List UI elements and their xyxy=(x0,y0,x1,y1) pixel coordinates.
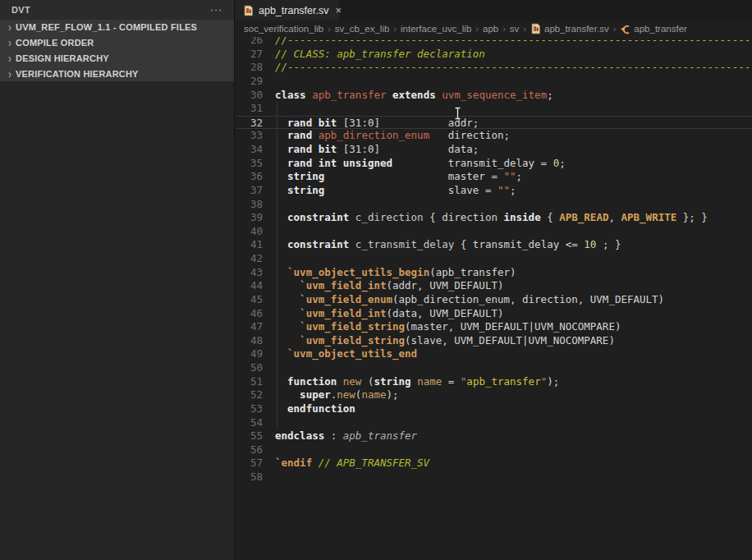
code-editor[interactable]: 26//------------------------------------… xyxy=(236,34,752,560)
code-text: `endif // APB_TRANSFER_SV xyxy=(263,457,429,470)
code-line[interactable]: 34 rand bit [31:0] data; xyxy=(236,143,752,157)
line-number: 57 xyxy=(236,457,263,470)
ibeam-cursor-icon xyxy=(454,107,461,120)
code-line[interactable]: 38 xyxy=(236,198,752,212)
breadcrumb: soc_verification_lib›sv_cb_ex_lib›interf… xyxy=(236,21,752,37)
chevron-right-icon: › xyxy=(4,51,16,65)
sidebar-section-2[interactable]: ›DESIGN HIERARCHY xyxy=(0,51,234,67)
line-number: 52 xyxy=(236,388,263,402)
code-text: `uvm_field_int(data, UVM_DEFAULT) xyxy=(263,307,503,321)
sidebar-section-3[interactable]: ›VERIFICATION HIERARCHY xyxy=(0,66,234,81)
breadcrumb-label: soc_verification_lib xyxy=(244,24,323,34)
code-line[interactable]: 37 string slave = ""; xyxy=(236,184,752,198)
code-line[interactable]: 41 constraint c_transmit_delay { transmi… xyxy=(236,238,752,252)
code-line[interactable]: 35 rand int unsigned transmit_delay = 0; xyxy=(236,157,752,171)
line-number: 42 xyxy=(236,252,263,266)
code-line[interactable]: 50 xyxy=(236,361,752,375)
code-text: constraint c_transmit_delay { transmit_d… xyxy=(263,238,621,252)
breadcrumb-item-6[interactable]: apb_transfer xyxy=(620,23,687,34)
sidebar-header: DVT ··· xyxy=(0,0,234,20)
tab-bar: apb_transfer.sv × xyxy=(236,0,752,21)
code-line[interactable]: 29 xyxy=(236,75,752,89)
code-line[interactable]: 33 rand apb_direction_enum direction; xyxy=(236,129,752,143)
code-text: super.new(name); xyxy=(263,388,399,402)
sidebar-section-1[interactable]: ›COMPILE ORDER xyxy=(0,35,234,51)
indent-guide xyxy=(277,102,277,429)
code-text xyxy=(263,102,275,116)
breadcrumb-separator: › xyxy=(328,24,331,34)
code-text: endclass : apb_transfer xyxy=(263,429,417,443)
code-line[interactable]: 36 string master = ""; xyxy=(236,170,752,184)
code-line[interactable]: 32 rand bit [31:0] addr; xyxy=(236,116,752,130)
more-actions-icon[interactable]: ··· xyxy=(210,4,222,16)
line-number: 58 xyxy=(236,470,263,484)
breadcrumb-separator: › xyxy=(613,24,617,34)
code-line[interactable]: 40 xyxy=(236,225,752,239)
chevron-right-icon: › xyxy=(4,21,16,34)
code-line[interactable]: 42 xyxy=(236,252,752,266)
code-text xyxy=(263,198,275,212)
line-number: 44 xyxy=(236,279,263,293)
code-line[interactable]: 45 `uvm_field_enum(apb_direction_enum, d… xyxy=(236,293,752,307)
breadcrumb-item-4[interactable]: sv xyxy=(510,24,520,34)
breadcrumb-item-3[interactable]: apb xyxy=(483,24,498,34)
code-text: rand apb_direction_enum direction; xyxy=(263,129,510,143)
code-text: `uvm_field_string(slave, UVM_DEFAULT|UVM… xyxy=(263,334,615,348)
code-text: `uvm_field_enum(apb_direction_enum, dire… xyxy=(263,293,664,307)
line-number: 27 xyxy=(236,48,263,62)
line-number: 47 xyxy=(236,320,263,334)
code-line[interactable]: 56 xyxy=(236,443,752,457)
code-line[interactable]: 55endclass : apb_transfer xyxy=(236,429,752,443)
tab-apb-transfer[interactable]: apb_transfer.sv × xyxy=(236,0,339,21)
code-line[interactable]: 30class apb_transfer extends uvm_sequenc… xyxy=(236,89,752,103)
breadcrumb-label: apb_transfer xyxy=(634,24,687,34)
code-line[interactable]: 43 `uvm_object_utils_begin(apb_transfer) xyxy=(236,266,752,280)
code-line[interactable]: 44 `uvm_field_int(addr, UVM_DEFAULT) xyxy=(236,279,752,293)
code-text xyxy=(263,252,275,266)
code-line[interactable]: 47 `uvm_field_string(master, UVM_DEFAULT… xyxy=(236,320,752,334)
code-text xyxy=(263,416,275,430)
sidebar-tree: ›UVM_REF_FLOW_1.1 - COMPILED FILES›COMPI… xyxy=(0,20,234,81)
code-line[interactable]: 31 xyxy=(236,102,752,116)
code-line[interactable]: 39 constraint c_direction { direction in… xyxy=(236,211,752,225)
code-text: class apb_transfer extends uvm_sequence_… xyxy=(263,89,553,103)
breadcrumb-item-1[interactable]: sv_cb_ex_lib xyxy=(335,24,389,34)
breadcrumb-item-2[interactable]: interface_uvc_lib xyxy=(401,24,471,34)
breadcrumb-separator: › xyxy=(393,24,397,34)
line-number: 28 xyxy=(236,61,263,75)
code-line[interactable]: 51 function new (string name = "apb_tran… xyxy=(236,375,752,389)
breadcrumb-label: apb_transfer.sv xyxy=(544,24,609,34)
code-line[interactable]: 58 xyxy=(236,470,752,484)
code-line[interactable]: 52 super.new(name); xyxy=(236,388,752,402)
breadcrumb-item-5[interactable]: apb_transfer.sv xyxy=(530,23,609,34)
code-line[interactable]: 27// CLASS: apb_transfer declaration xyxy=(236,48,752,62)
line-number: 53 xyxy=(236,402,263,416)
line-number: 40 xyxy=(236,225,263,239)
breadcrumb-item-0[interactable]: soc_verification_lib xyxy=(244,24,323,34)
code-line[interactable]: 54 xyxy=(236,416,752,430)
breadcrumb-label: sv xyxy=(510,24,520,34)
sidebar-section-label: UVM_REF_FLOW_1.1 - COMPILED FILES xyxy=(16,22,197,32)
code-line[interactable]: 48 `uvm_field_string(slave, UVM_DEFAULT|… xyxy=(236,334,752,348)
line-number: 37 xyxy=(236,184,263,198)
dvt-sidebar: DVT ··· ›UVM_REF_FLOW_1.1 - COMPILED FIL… xyxy=(0,0,235,560)
line-number: 46 xyxy=(236,307,263,321)
line-number: 32 xyxy=(236,117,263,129)
code-line[interactable]: 57`endif // APB_TRANSFER_SV xyxy=(236,457,752,470)
line-number: 38 xyxy=(236,198,263,212)
code-line[interactable]: 46 `uvm_field_int(data, UVM_DEFAULT) xyxy=(236,307,752,321)
close-icon[interactable]: × xyxy=(333,5,342,16)
code-line[interactable]: 53 endfunction xyxy=(236,402,752,416)
code-line[interactable]: 28//------------------------------------… xyxy=(236,61,752,75)
line-number: 41 xyxy=(236,238,263,252)
line-number: 31 xyxy=(236,102,263,116)
line-number: 45 xyxy=(236,293,263,307)
line-number: 30 xyxy=(236,89,263,103)
code-text xyxy=(263,443,275,457)
sv-file-icon xyxy=(243,5,254,16)
code-text: function new (string name = "apb_transfe… xyxy=(263,375,559,389)
sidebar-section-0[interactable]: ›UVM_REF_FLOW_1.1 - COMPILED FILES xyxy=(0,20,234,35)
dvt-ide-window: DVT ··· ›UVM_REF_FLOW_1.1 - COMPILED FIL… xyxy=(0,0,752,560)
code-line[interactable]: 49 `uvm_object_utils_end xyxy=(236,347,752,361)
breadcrumb-label: interface_uvc_lib xyxy=(401,24,471,34)
